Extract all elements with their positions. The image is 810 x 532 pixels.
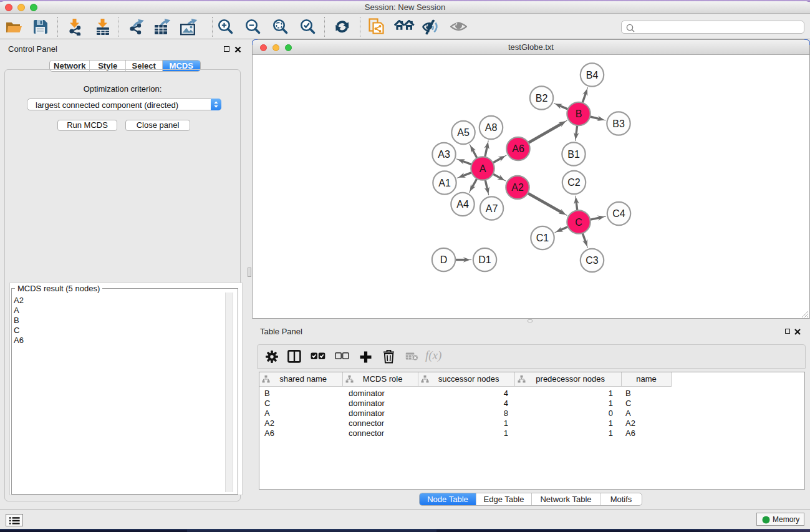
svg-text:C1: C1 — [536, 233, 549, 243]
svg-text:A2: A2 — [511, 182, 524, 193]
svg-text:B: B — [576, 109, 582, 119]
svg-text:C2: C2 — [567, 177, 581, 188]
svg-text:A3: A3 — [438, 149, 450, 160]
svg-text:D: D — [440, 254, 448, 265]
svg-text:A8: A8 — [485, 122, 498, 133]
svg-text:B4: B4 — [586, 70, 599, 80]
svg-text:B2: B2 — [536, 93, 548, 104]
svg-text:A6: A6 — [512, 143, 524, 154]
svg-text:B3: B3 — [612, 118, 625, 129]
svg-text:C4: C4 — [612, 208, 625, 219]
svg-text:B1: B1 — [567, 149, 580, 160]
svg-text:A4: A4 — [456, 199, 469, 210]
svg-text:A7: A7 — [486, 203, 498, 214]
svg-text:D1: D1 — [478, 254, 491, 265]
svg-text:C3: C3 — [586, 255, 599, 266]
svg-text:A: A — [480, 163, 486, 174]
svg-text:C: C — [575, 217, 582, 228]
svg-text:A1: A1 — [438, 178, 451, 188]
svg-text:A5: A5 — [457, 127, 470, 138]
